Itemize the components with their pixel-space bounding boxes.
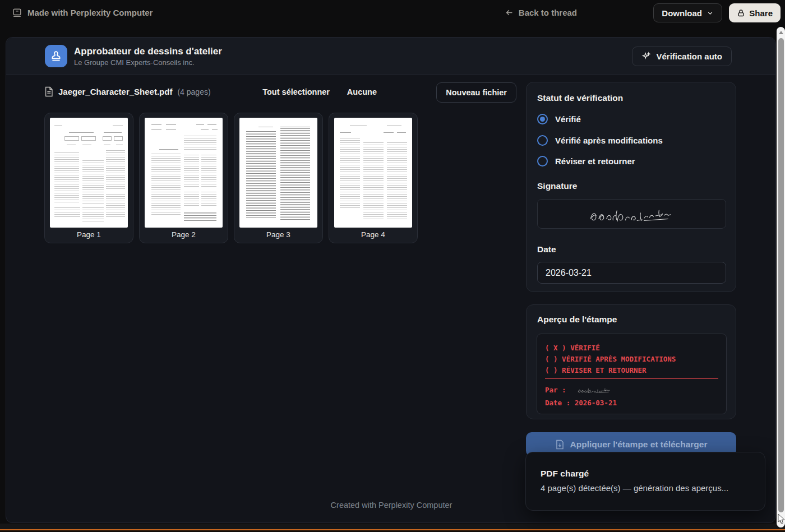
app-subtitle: Le Groupe CMI Experts-Conseils inc.: [74, 58, 195, 67]
sparkles-icon: [641, 52, 651, 61]
date-label: Date: [537, 244, 556, 255]
radio-label: Vérifié: [555, 114, 581, 124]
stamp-date-line: Date : 2026-03-21: [545, 397, 718, 409]
file-name: Jaeger_Character_Sheet.pdf: [58, 87, 172, 96]
file-pages-count: (4 pages): [177, 87, 210, 96]
app-panel: Approbateur de dessins d'atelier Le Grou…: [6, 37, 776, 523]
scroll-up-arrow-icon[interactable]: [779, 31, 783, 34]
verification-title: Statut de vérification: [537, 93, 623, 103]
stamp-preview-card: Aperçu de l'étampe ( X ) VÉRIFIÉ ( ) VÉR…: [526, 304, 736, 419]
scrollbar-thumb[interactable]: [778, 38, 784, 512]
stamp-line-verified-mods: ( ) VÉRIFIÉ APRÈS MODIFICATIONS: [545, 354, 718, 365]
file-download-icon: [555, 440, 565, 450]
page-thumbnail-4[interactable]: Page 4: [329, 113, 418, 243]
computer-icon: [12, 7, 22, 18]
page-4-preview: [334, 118, 412, 228]
share-button[interactable]: Share: [729, 3, 781, 22]
back-to-thread-label: Back to thread: [519, 8, 577, 17]
bottom-strip: [0, 524, 785, 529]
radio-icon[interactable]: [537, 135, 548, 146]
share-label: Share: [749, 8, 773, 18]
file-row: Jaeger_Character_Sheet.pdf (4 pages) Tou…: [44, 82, 516, 103]
download-label: Download: [662, 8, 702, 18]
radio-selected-icon[interactable]: [537, 114, 548, 124]
radio-label: Vérifié après modifications: [555, 136, 663, 145]
new-file-button[interactable]: Nouveau fichier: [436, 82, 516, 103]
stamp-line-revise: ( ) RÉVISER ET RETOURNER: [545, 365, 718, 376]
date-input[interactable]: [537, 262, 726, 284]
radio-label: Réviser et retourner: [555, 156, 635, 166]
made-with-badge: Made with Perplexity Computer: [12, 7, 153, 18]
apply-stamp-label: Appliquer l'étampe et télécharger: [570, 440, 708, 450]
mouse-cursor: [777, 514, 785, 525]
signature-image: [576, 201, 688, 227]
radio-option-revise-return[interactable]: Réviser et retourner: [537, 156, 635, 166]
page-label: Page 1: [45, 230, 133, 239]
arrow-left-icon: [505, 8, 514, 17]
signature-box[interactable]: [537, 199, 726, 229]
page-2-preview: [145, 118, 223, 228]
stamp-preview-box: ( X ) VÉRIFIÉ ( ) VÉRIFIÉ APRÈS MODIFICA…: [537, 334, 727, 414]
select-none-button[interactable]: Aucune: [347, 87, 377, 96]
toast-pdf-loaded: PDF chargé 4 page(s) détectée(s) — génér…: [525, 452, 765, 511]
lock-icon: [737, 9, 745, 17]
toast-title: PDF chargé: [541, 469, 589, 479]
file-info: Jaeger_Character_Sheet.pdf (4 pages): [44, 86, 211, 97]
page-label: Page 3: [234, 230, 322, 239]
app-header: Approbateur de dessins d'atelier Le Grou…: [6, 38, 775, 75]
app-title: Approbateur de dessins d'atelier: [74, 46, 222, 57]
page-label: Page 4: [329, 230, 417, 239]
radio-icon[interactable]: [537, 156, 548, 166]
file-icon: [44, 86, 53, 97]
toast-message: 4 page(s) détectée(s) — génération des a…: [541, 483, 728, 493]
auto-verify-button[interactable]: Vérification auto: [632, 47, 732, 66]
stamp-preview-title: Aperçu de l'étampe: [537, 314, 617, 325]
page-thumbnail-1[interactable]: Page 1: [44, 113, 133, 243]
stamp-par-label: Par :: [545, 385, 566, 396]
radio-option-verified-with-mods[interactable]: Vérifié après modifications: [537, 135, 663, 146]
vertical-scrollbar[interactable]: [777, 27, 785, 528]
download-button[interactable]: Download: [653, 3, 722, 22]
screen: Made with Perplexity Computer Back to th…: [0, 0, 785, 532]
verification-card: Statut de vérification Vérifié Vérifié a…: [526, 82, 736, 292]
signature-label: Signature: [537, 181, 577, 191]
page-thumbnail-3[interactable]: Page 3: [234, 113, 323, 243]
stamp-signature-image: [570, 385, 619, 395]
radio-option-verified[interactable]: Vérifié: [537, 114, 581, 124]
made-with-label: Made with Perplexity Computer: [27, 8, 153, 17]
auto-verify-label: Vérification auto: [656, 52, 722, 61]
page-thumbnail-2[interactable]: Page 2: [139, 113, 228, 243]
chevron-down-icon: [706, 10, 714, 17]
stamp-app-icon: [45, 45, 67, 67]
select-all-button[interactable]: Tout sélectionner: [262, 87, 330, 96]
page-label: Page 2: [140, 230, 228, 239]
top-bar: Made with Perplexity Computer Back to th…: [0, 0, 785, 26]
page-3-preview: [239, 118, 317, 228]
stamp-line-verified: ( X ) VÉRIFIÉ: [545, 343, 718, 354]
back-to-thread-link[interactable]: Back to thread: [505, 8, 577, 17]
page-1-preview: [50, 118, 128, 228]
stamp-divider: [545, 378, 718, 379]
